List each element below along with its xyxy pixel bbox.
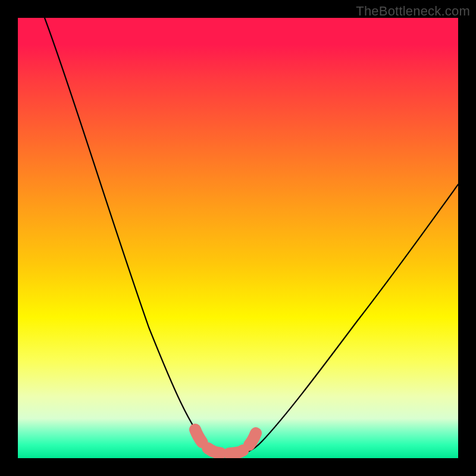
valley-marker: [195, 430, 256, 453]
curve-layer: [18, 18, 458, 458]
left-curve: [45, 18, 220, 454]
right-curve: [238, 184, 458, 454]
watermark-text: TheBottleneck.com: [356, 4, 470, 19]
chart-frame: TheBottleneck.com: [0, 0, 476, 476]
plot-area: [18, 18, 458, 458]
